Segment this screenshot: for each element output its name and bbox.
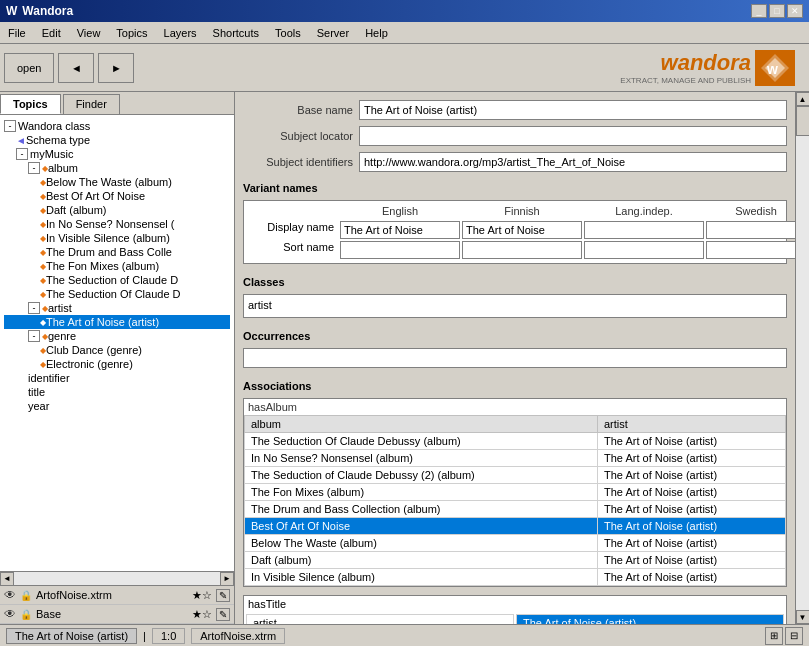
table-row[interactable]: Best Of Art Of NoiseThe Art of Noise (ar… (245, 518, 786, 535)
scroll-right-btn[interactable]: ► (220, 572, 234, 586)
title-bar-left: W Wandora (6, 4, 73, 18)
base-name-row: Base name (243, 100, 787, 120)
table-row[interactable]: Below The Waste (album)The Art of Noise … (245, 535, 786, 552)
tab-finder[interactable]: Finder (63, 94, 120, 114)
artist-cell: The Art of Noise (artist) (598, 484, 786, 501)
list-item[interactable]: ◆ The Seduction of Claude D (4, 273, 230, 287)
associations-table: album artist The Seduction Of Claude Deb… (244, 415, 786, 586)
expand-album[interactable]: - (28, 162, 40, 174)
subject-identifiers-input[interactable] (359, 152, 787, 172)
maximize-button[interactable]: □ (769, 4, 785, 18)
expand-genre[interactable]: - (28, 330, 40, 342)
tab-topics[interactable]: Topics (0, 94, 61, 114)
list-item[interactable]: ◆ Club Dance (genre) (4, 343, 230, 357)
eye-icon[interactable]: 👁 (4, 588, 16, 602)
tree-root[interactable]: - Wandora class (4, 119, 230, 133)
tree-item-genre[interactable]: - ◆ genre (4, 329, 230, 343)
menu-shortcuts[interactable]: Shortcuts (205, 25, 267, 41)
eye-icon-2[interactable]: 👁 (4, 607, 16, 621)
list-item[interactable]: ◆ Below The Waste (album) (4, 175, 230, 189)
classes-section-header: Classes (243, 276, 787, 288)
tree-label: The Fon Mixes (album) (46, 260, 159, 272)
table-row[interactable]: The Seduction Of Claude Debussy (album)T… (245, 433, 786, 450)
tree-panel[interactable]: - Wandora class ◄ Schema type - myMusic … (0, 115, 234, 571)
subject-identifiers-label: Subject identifiers (243, 156, 353, 168)
expand-artist[interactable]: - (28, 302, 40, 314)
close-button[interactable]: ✕ (787, 4, 803, 18)
table-row[interactable]: In Visible Silence (album)The Art of Noi… (245, 569, 786, 586)
tree-item-art-of-noise[interactable]: ◆ The Art of Noise (artist) (4, 315, 230, 329)
tree-item-year[interactable]: year (4, 399, 230, 413)
table-row[interactable]: In No Sense? Nonsensel (album)The Art of… (245, 450, 786, 467)
status-icon-btn-1[interactable]: ⊞ (765, 627, 783, 645)
tree-label: genre (48, 330, 76, 342)
scroll-left-btn[interactable]: ◄ (0, 572, 14, 586)
tree-item-title[interactable]: title (4, 385, 230, 399)
menu-edit[interactable]: Edit (34, 25, 69, 41)
scrollbar-horizontal[interactable]: ◄ ► (0, 571, 234, 585)
table-row[interactable]: The Drum and Bass Collection (album)The … (245, 501, 786, 518)
open-button[interactable]: open (4, 53, 54, 83)
subject-locator-input[interactable] (359, 126, 787, 146)
left-bottom: 👁 🔒 ArtofNoise.xtrm ★☆ ✎ 👁 🔒 Base ★☆ ✎ (0, 585, 234, 624)
menu-topics[interactable]: Topics (108, 25, 155, 41)
sort-name-swedish[interactable] (706, 241, 795, 259)
tree-item-album[interactable]: - ◆ album (4, 161, 230, 175)
minimize-button[interactable]: _ (751, 4, 767, 18)
variant-names-section-header: Variant names (243, 182, 787, 194)
tabs-header: Topics Finder (0, 92, 234, 115)
menu-server[interactable]: Server (309, 25, 357, 41)
list-item[interactable]: ◆ The Drum and Bass Colle (4, 245, 230, 259)
tree-item-mymusic[interactable]: - myMusic (4, 147, 230, 161)
tree-item-identifier[interactable]: identifier (4, 371, 230, 385)
back-button[interactable]: ◄ (58, 53, 94, 83)
expand-mymusic[interactable]: - (16, 148, 28, 160)
sort-name-english[interactable] (340, 241, 460, 259)
list-item[interactable]: ◆ The Fon Mixes (album) (4, 259, 230, 273)
star-icon-2[interactable]: ★☆ (192, 608, 212, 621)
scroll-up-btn[interactable]: ▲ (796, 92, 810, 106)
list-item[interactable]: ◆ In Visible Silence (album) (4, 231, 230, 245)
menu-layers[interactable]: Layers (156, 25, 205, 41)
sort-name-lang-indep[interactable] (584, 241, 704, 259)
menu-file[interactable]: File (0, 25, 34, 41)
tree-label: Schema type (26, 134, 90, 146)
tree-item-artist[interactable]: - ◆ artist (4, 301, 230, 315)
col-lang-indep: Lang.indep. (584, 205, 704, 217)
list-item[interactable]: ◆ Daft (album) (4, 203, 230, 217)
table-row[interactable]: Daft (album)The Art of Noise (artist) (245, 552, 786, 569)
list-item[interactable]: ◆ Best Of Art Of Noise (4, 189, 230, 203)
display-name-english[interactable] (340, 221, 460, 239)
list-item[interactable]: ◆ In No Sense? Nonsensel ( (4, 217, 230, 231)
scroll-down-btn[interactable]: ▼ (796, 610, 810, 624)
left-bottom-row-2: 👁 🔒 Base ★☆ ✎ (0, 605, 234, 624)
table-row[interactable]: The Seduction of Claude Debussy (2) (alb… (245, 467, 786, 484)
forward-button[interactable]: ► (98, 53, 134, 83)
status-icon-btn-2[interactable]: ⊟ (785, 627, 803, 645)
menu-help[interactable]: Help (357, 25, 396, 41)
star-icon-1[interactable]: ★☆ (192, 589, 212, 602)
file-label-1: ArtofNoise.xtrm (36, 589, 112, 601)
edit-icon-2[interactable]: ✎ (216, 608, 230, 621)
expand-root[interactable]: - (4, 120, 16, 132)
list-item[interactable]: ◆ Electronic (genre) (4, 357, 230, 371)
menu-view[interactable]: View (69, 25, 109, 41)
tree-label: Electronic (genre) (46, 358, 133, 370)
scroll-thumb-v[interactable] (796, 106, 810, 136)
tree-label: title (28, 386, 45, 398)
scrollbar-vertical[interactable]: ▲ ▼ (795, 92, 809, 624)
tree-item-schema-type[interactable]: ◄ Schema type (4, 133, 230, 147)
album-cell: Daft (album) (245, 552, 598, 569)
album-cell: The Seduction of Claude Debussy (2) (alb… (245, 467, 598, 484)
display-name-lang-indep[interactable] (584, 221, 704, 239)
list-item[interactable]: ◆ The Seduction Of Claude D (4, 287, 230, 301)
display-name-swedish[interactable] (706, 221, 795, 239)
variant-names-header: English Finnish Lang.indep. Swedish (248, 205, 782, 217)
display-name-finnish[interactable] (462, 221, 582, 239)
sort-name-finnish[interactable] (462, 241, 582, 259)
table-row[interactable]: The Fon Mixes (album)The Art of Noise (a… (245, 484, 786, 501)
menu-tools[interactable]: Tools (267, 25, 309, 41)
base-name-input[interactable] (359, 100, 787, 120)
title-bar-controls[interactable]: _ □ ✕ (751, 4, 803, 18)
edit-icon-1[interactable]: ✎ (216, 589, 230, 602)
